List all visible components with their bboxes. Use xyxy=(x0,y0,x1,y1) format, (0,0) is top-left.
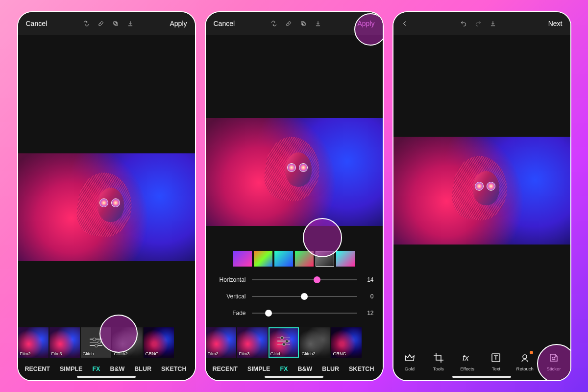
category-tab-simple[interactable]: SIMPLE xyxy=(55,364,88,374)
category-tab-blur[interactable]: BLUR xyxy=(317,364,344,374)
slider-value: 14 xyxy=(363,276,374,283)
slider-label: Vertical xyxy=(215,293,246,300)
toolbar-gold[interactable]: Gold xyxy=(396,352,423,371)
category-tab-fx[interactable]: FX xyxy=(275,364,293,374)
svg-point-8 xyxy=(554,357,555,358)
swatch-2[interactable] xyxy=(274,251,293,267)
back-icon[interactable] xyxy=(399,18,410,29)
slider-value: 12 xyxy=(363,310,374,317)
category-tab-simple[interactable]: SIMPLE xyxy=(243,364,275,374)
swap-icon[interactable] xyxy=(269,18,279,29)
toolbar-effects[interactable]: fxEffects xyxy=(454,352,481,371)
bottom-toolbar: Horizontal 14 Vertical 0 Fade 12 Film2Fi… xyxy=(206,246,383,380)
home-indicator xyxy=(77,376,136,378)
filter-label: GRNG xyxy=(146,351,159,356)
filter-label: Glitch xyxy=(270,351,282,356)
undo-icon[interactable] xyxy=(458,18,469,29)
swatch-5[interactable] xyxy=(336,251,355,267)
toolbar-label: Effects xyxy=(460,366,474,371)
category-tab-b&w[interactable]: B&W xyxy=(293,364,317,374)
category-tab-recent[interactable]: RECENT xyxy=(208,364,243,374)
filter-thumb-film3[interactable]: Film3 xyxy=(237,327,268,358)
toolbar-retouch[interactable]: Retouch xyxy=(512,352,538,371)
filter-thumb-glitch[interactable]: Glitch xyxy=(81,327,111,358)
category-tab-fx[interactable]: FX xyxy=(87,364,105,374)
filter-thumb-film2[interactable]: Film2 xyxy=(206,327,236,358)
layers-icon[interactable] xyxy=(298,18,309,29)
category-tab-b&w[interactable]: B&W xyxy=(105,364,129,374)
filter-label: Film3 xyxy=(239,351,250,356)
download-icon[interactable] xyxy=(125,18,136,29)
text-icon xyxy=(490,352,502,364)
top-bar: Cancel Apply xyxy=(18,12,195,35)
swatch-4[interactable] xyxy=(316,251,334,267)
toolbar-tools[interactable]: Tools xyxy=(425,352,452,371)
svg-point-7 xyxy=(552,357,553,358)
cancel-button[interactable]: Cancel xyxy=(24,18,49,29)
slider-fade[interactable]: Fade 12 xyxy=(215,305,374,321)
home-indicator xyxy=(265,376,323,378)
slider-vertical[interactable]: Vertical 0 xyxy=(215,288,374,305)
redo-icon[interactable] xyxy=(473,18,484,29)
filter-label: Glitch2 xyxy=(114,351,128,356)
filter-thumb-grng[interactable]: GRNG xyxy=(144,327,174,358)
category-tab-blur[interactable]: BLUR xyxy=(129,364,156,374)
layers-icon[interactable] xyxy=(110,18,121,29)
filter-strip[interactable]: Film2Film3GlitchGlitch2GRNG xyxy=(206,325,383,359)
filter-thumb-glitch2[interactable]: Glitch2 xyxy=(112,327,143,358)
filter-strip[interactable]: Film2Film3GlitchGlitch2GRNG xyxy=(18,325,195,359)
category-tab-sketch[interactable]: SKETCH xyxy=(344,364,379,374)
edited-photo xyxy=(206,118,383,226)
svg-rect-2 xyxy=(301,21,304,24)
filter-thumb-glitch[interactable]: Glitch xyxy=(269,327,299,358)
download-icon[interactable] xyxy=(488,18,498,29)
toolbar-sticker[interactable]: Sticker xyxy=(540,352,567,371)
bottom-toolbar: Film2Film3GlitchGlitch2GRNG RECENTSIMPLE… xyxy=(18,325,195,380)
swatch-1[interactable] xyxy=(254,251,272,267)
svg-point-6 xyxy=(523,355,527,359)
phone-screen-2: Cancel Apply Horizontal 14 Vertical 0 xyxy=(205,11,384,381)
filter-thumb-grng[interactable]: GRNG xyxy=(331,327,362,358)
apply-button[interactable]: Apply xyxy=(168,18,189,29)
toolbar-label: Sticker xyxy=(547,366,561,371)
notification-dot xyxy=(530,351,533,354)
swatch-0[interactable] xyxy=(233,251,252,267)
svg-rect-3 xyxy=(303,23,306,25)
editor-toolbar: GoldToolsfxEffectsTextRetouchSticker xyxy=(393,347,570,380)
fx-icon: fx xyxy=(462,352,473,364)
filter-thumb-glitch2[interactable]: Glitch2 xyxy=(300,327,330,358)
home-indicator xyxy=(452,376,511,378)
download-icon[interactable] xyxy=(313,18,323,29)
eraser-icon[interactable] xyxy=(283,18,294,29)
toolbar-label: Text xyxy=(492,366,500,371)
crop-icon xyxy=(433,352,444,364)
color-swatches[interactable] xyxy=(206,246,383,270)
next-button[interactable]: Next xyxy=(546,18,564,29)
toolbar-text[interactable]: Text xyxy=(483,352,509,371)
filter-label: Film2 xyxy=(20,351,31,356)
phone-screen-1: Cancel Apply Film2Film3GlitchGlitch2GRNG… xyxy=(17,11,196,381)
filter-thumb-film2[interactable]: Film2 xyxy=(18,327,49,358)
slider-horizontal[interactable]: Horizontal 14 xyxy=(215,271,374,288)
top-bar: Next xyxy=(393,12,570,35)
filter-label: GRNG xyxy=(333,351,346,356)
slider-controls: Horizontal 14 Vertical 0 Fade 12 xyxy=(206,270,383,325)
svg-rect-1 xyxy=(115,23,118,25)
slider-label: Fade xyxy=(215,310,246,317)
toolbar-label: Gold xyxy=(405,366,415,371)
cancel-button[interactable]: Cancel xyxy=(212,18,237,29)
category-tab-recent[interactable]: RECENT xyxy=(20,364,55,374)
filter-thumb-film3[interactable]: Film3 xyxy=(49,327,80,358)
category-tab-co[interactable]: CO xyxy=(379,364,382,374)
swap-icon[interactable] xyxy=(81,18,92,29)
category-tab-co[interactable]: CO xyxy=(191,364,195,374)
category-tab-sketch[interactable]: SKETCH xyxy=(156,364,191,374)
filter-label: Glitch2 xyxy=(302,351,316,356)
swatch-3[interactable] xyxy=(295,251,314,267)
image-canvas[interactable] xyxy=(393,35,570,347)
apply-button[interactable]: Apply xyxy=(355,18,376,29)
edited-photo xyxy=(18,153,195,261)
eraser-icon[interactable] xyxy=(96,18,106,29)
toolbar-label: Retouch xyxy=(516,366,534,371)
filter-label: Film3 xyxy=(51,351,62,356)
